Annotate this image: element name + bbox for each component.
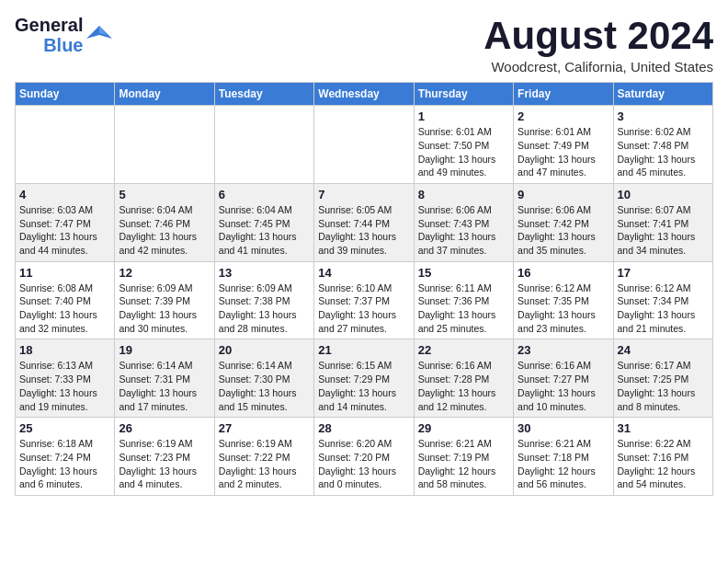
day-info: Sunrise: 6:06 AM Sunset: 7:42 PM Dayligh…	[518, 203, 609, 258]
logo-bird-icon	[86, 22, 112, 48]
day-number: 4	[19, 188, 110, 201]
title-area: August 2024 Woodcrest, California, Unite…	[483, 15, 713, 75]
day-number: 17	[618, 266, 709, 280]
day-number: 30	[518, 421, 609, 435]
day-number: 24	[618, 343, 709, 357]
calendar-cell: 14Sunrise: 6:10 AM Sunset: 7:37 PM Dayli…	[314, 261, 414, 339]
calendar-cell: 15Sunrise: 6:11 AM Sunset: 7:36 PM Dayli…	[414, 261, 513, 339]
day-info: Sunrise: 6:09 AM Sunset: 7:39 PM Dayligh…	[119, 282, 210, 336]
day-number: 5	[119, 188, 210, 201]
day-info: Sunrise: 6:21 AM Sunset: 7:18 PM Dayligh…	[518, 437, 609, 491]
weekday-header-sunday: Sunday	[16, 83, 115, 106]
calendar-cell: 16Sunrise: 6:12 AM Sunset: 7:35 PM Dayli…	[514, 261, 613, 339]
weekday-header-wednesday: Wednesday	[314, 83, 414, 106]
day-info: Sunrise: 6:10 AM Sunset: 7:37 PM Dayligh…	[318, 282, 409, 336]
weekday-header-row: SundayMondayTuesdayWednesdayThursdayFrid…	[16, 83, 713, 106]
calendar-cell: 25Sunrise: 6:18 AM Sunset: 7:24 PM Dayli…	[16, 418, 115, 496]
day-info: Sunrise: 6:21 AM Sunset: 7:19 PM Dayligh…	[418, 437, 509, 491]
calendar-cell: 12Sunrise: 6:09 AM Sunset: 7:39 PM Dayli…	[115, 261, 214, 339]
day-number: 31	[618, 421, 709, 435]
day-number: 8	[418, 188, 509, 201]
day-number: 20	[219, 343, 310, 357]
day-info: Sunrise: 6:13 AM Sunset: 7:33 PM Dayligh…	[19, 359, 110, 413]
day-info: Sunrise: 6:11 AM Sunset: 7:36 PM Dayligh…	[418, 282, 509, 336]
weekday-header-saturday: Saturday	[613, 83, 712, 106]
calendar-cell	[115, 106, 214, 184]
day-info: Sunrise: 6:06 AM Sunset: 7:43 PM Dayligh…	[418, 203, 509, 258]
day-number: 27	[219, 421, 310, 435]
day-number: 14	[318, 266, 409, 280]
day-info: Sunrise: 6:17 AM Sunset: 7:25 PM Dayligh…	[618, 359, 709, 413]
calendar-cell: 21Sunrise: 6:15 AM Sunset: 7:29 PM Dayli…	[314, 339, 414, 418]
day-info: Sunrise: 6:19 AM Sunset: 7:22 PM Dayligh…	[219, 437, 310, 491]
calendar-cell	[214, 106, 313, 184]
calendar-cell: 13Sunrise: 6:09 AM Sunset: 7:38 PM Dayli…	[214, 261, 313, 339]
calendar-cell: 18Sunrise: 6:13 AM Sunset: 7:33 PM Dayli…	[16, 339, 115, 418]
weekday-header-monday: Monday	[115, 83, 214, 106]
weekday-header-tuesday: Tuesday	[214, 83, 313, 106]
day-info: Sunrise: 6:04 AM Sunset: 7:46 PM Dayligh…	[119, 203, 210, 258]
day-number: 29	[418, 421, 509, 435]
calendar-cell: 11Sunrise: 6:08 AM Sunset: 7:40 PM Dayli…	[16, 261, 115, 339]
day-number: 26	[119, 421, 210, 435]
weekday-header-thursday: Thursday	[414, 83, 513, 106]
calendar-cell: 7Sunrise: 6:05 AM Sunset: 7:44 PM Daylig…	[314, 183, 414, 261]
logo-general: General	[15, 15, 83, 35]
day-info: Sunrise: 6:12 AM Sunset: 7:34 PM Dayligh…	[618, 282, 709, 336]
calendar-cell: 19Sunrise: 6:14 AM Sunset: 7:31 PM Dayli…	[115, 339, 214, 418]
calendar-cell: 22Sunrise: 6:16 AM Sunset: 7:28 PM Dayli…	[414, 339, 513, 418]
weekday-header-friday: Friday	[514, 83, 613, 106]
day-number: 18	[19, 343, 110, 357]
day-info: Sunrise: 6:02 AM Sunset: 7:48 PM Dayligh…	[618, 125, 709, 179]
day-number: 12	[119, 266, 210, 280]
day-info: Sunrise: 6:20 AM Sunset: 7:20 PM Dayligh…	[318, 437, 409, 491]
day-number: 28	[318, 421, 409, 435]
calendar-cell: 6Sunrise: 6:04 AM Sunset: 7:45 PM Daylig…	[214, 183, 313, 261]
day-info: Sunrise: 6:14 AM Sunset: 7:30 PM Dayligh…	[219, 359, 310, 413]
logo: General Blue	[15, 15, 112, 55]
calendar-cell: 20Sunrise: 6:14 AM Sunset: 7:30 PM Dayli…	[214, 339, 313, 418]
day-info: Sunrise: 6:16 AM Sunset: 7:27 PM Dayligh…	[518, 359, 609, 413]
day-info: Sunrise: 6:22 AM Sunset: 7:16 PM Dayligh…	[618, 437, 709, 491]
day-info: Sunrise: 6:03 AM Sunset: 7:47 PM Dayligh…	[19, 203, 110, 258]
calendar-cell: 3Sunrise: 6:02 AM Sunset: 7:48 PM Daylig…	[613, 106, 712, 184]
day-number: 19	[119, 343, 210, 357]
day-info: Sunrise: 6:08 AM Sunset: 7:40 PM Dayligh…	[19, 282, 110, 336]
header: General Blue August 2024 Woodcrest, Cali…	[15, 15, 713, 75]
calendar-cell: 28Sunrise: 6:20 AM Sunset: 7:20 PM Dayli…	[314, 418, 414, 496]
day-info: Sunrise: 6:01 AM Sunset: 7:50 PM Dayligh…	[418, 125, 509, 179]
location: Woodcrest, California, United States	[483, 59, 713, 75]
day-number: 16	[518, 266, 609, 280]
calendar-cell: 31Sunrise: 6:22 AM Sunset: 7:16 PM Dayli…	[613, 418, 712, 496]
day-number: 23	[518, 343, 609, 357]
day-number: 11	[19, 266, 110, 280]
day-number: 13	[219, 266, 310, 280]
day-info: Sunrise: 6:19 AM Sunset: 7:23 PM Dayligh…	[119, 437, 210, 491]
calendar-cell: 24Sunrise: 6:17 AM Sunset: 7:25 PM Dayli…	[613, 339, 712, 418]
calendar-cell: 1Sunrise: 6:01 AM Sunset: 7:50 PM Daylig…	[414, 106, 513, 184]
calendar-cell: 2Sunrise: 6:01 AM Sunset: 7:49 PM Daylig…	[514, 106, 613, 184]
day-number: 2	[518, 109, 609, 123]
week-row-3: 11Sunrise: 6:08 AM Sunset: 7:40 PM Dayli…	[16, 261, 713, 339]
calendar-cell: 26Sunrise: 6:19 AM Sunset: 7:23 PM Dayli…	[115, 418, 214, 496]
day-info: Sunrise: 6:14 AM Sunset: 7:31 PM Dayligh…	[119, 359, 210, 413]
day-number: 22	[418, 343, 509, 357]
calendar-cell: 8Sunrise: 6:06 AM Sunset: 7:43 PM Daylig…	[414, 183, 513, 261]
day-number: 21	[318, 343, 409, 357]
day-info: Sunrise: 6:09 AM Sunset: 7:38 PM Dayligh…	[219, 282, 310, 336]
day-number: 25	[19, 421, 110, 435]
day-number: 10	[618, 188, 709, 201]
calendar-table: SundayMondayTuesdayWednesdayThursdayFrid…	[15, 82, 713, 496]
day-number: 1	[418, 109, 509, 123]
day-number: 15	[418, 266, 509, 280]
calendar-cell	[16, 106, 115, 184]
week-row-2: 4Sunrise: 6:03 AM Sunset: 7:47 PM Daylig…	[16, 183, 713, 261]
calendar-cell: 23Sunrise: 6:16 AM Sunset: 7:27 PM Dayli…	[514, 339, 613, 418]
day-info: Sunrise: 6:15 AM Sunset: 7:29 PM Dayligh…	[318, 359, 409, 413]
day-number: 7	[318, 188, 409, 201]
day-info: Sunrise: 6:04 AM Sunset: 7:45 PM Dayligh…	[219, 203, 310, 258]
calendar-cell: 17Sunrise: 6:12 AM Sunset: 7:34 PM Dayli…	[613, 261, 712, 339]
calendar-cell: 29Sunrise: 6:21 AM Sunset: 7:19 PM Dayli…	[414, 418, 513, 496]
week-row-4: 18Sunrise: 6:13 AM Sunset: 7:33 PM Dayli…	[16, 339, 713, 418]
month-title: August 2024	[483, 15, 713, 57]
